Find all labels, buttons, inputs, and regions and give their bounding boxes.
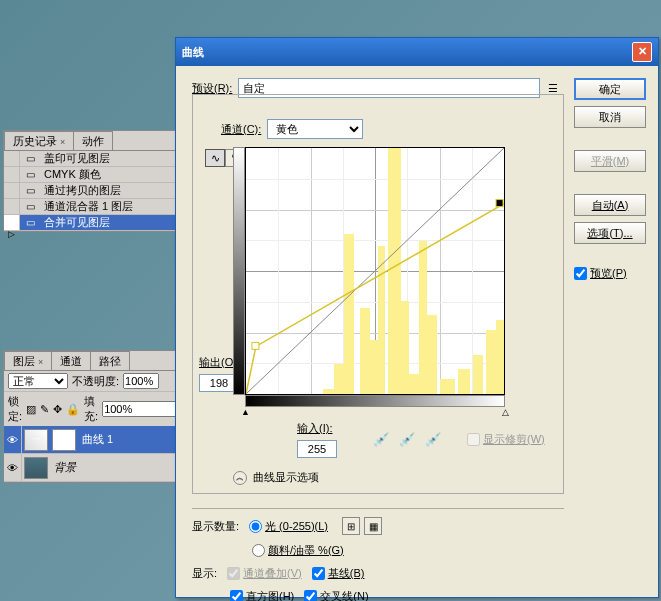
channel-label: 通道(C): — [221, 122, 261, 137]
history-list: ▭盖印可见图层 ▭CMYK 颜色 ▭通过拷贝的图层 ▭通道混合器 1 图层 ▭合… — [4, 151, 177, 231]
visibility-icon[interactable]: 👁 — [4, 454, 22, 481]
layer-options: 正常 不透明度: — [4, 371, 177, 391]
black-dropper-icon[interactable]: 💉 — [373, 432, 389, 447]
lock-move-icon[interactable]: ✥ — [53, 403, 62, 416]
display-options-title: 曲线显示选项 — [253, 470, 319, 485]
layer-thumb-icon[interactable] — [24, 457, 48, 479]
tab-channels[interactable]: 通道 — [51, 351, 91, 370]
curve-section: 通道(C): 黄色 ∿ ✎ — [192, 94, 564, 494]
show-amount-label: 显示数量: — [192, 519, 239, 534]
titlebar[interactable]: 曲线 ✕ — [176, 38, 658, 66]
tab-history[interactable]: 历史记录× — [4, 131, 74, 150]
tab-paths[interactable]: 路径 — [90, 351, 130, 370]
pigment-radio[interactable]: 颜料/油墨 %(G) — [252, 543, 344, 558]
layers-tabs: 图层× 通道 路径 — [4, 351, 177, 371]
channel-combo[interactable]: 黄色 — [267, 119, 363, 139]
options-button[interactable]: 选项(T)... — [574, 222, 646, 244]
light-radio[interactable]: 光 (0-255)(L) — [249, 519, 328, 534]
baseline-check[interactable]: 基线(B) — [312, 566, 365, 581]
auto-button[interactable]: 自动(A) — [574, 194, 646, 216]
show-clip-check: 显示修剪(W) — [467, 432, 545, 447]
close-icon[interactable]: × — [38, 357, 43, 367]
history-item[interactable]: ▭盖印可见图层 — [4, 151, 177, 167]
y-gradient — [233, 147, 245, 395]
curve-tool-point[interactable]: ∿ — [205, 149, 225, 167]
layer-name[interactable]: 曲线 1 — [78, 432, 113, 447]
curves-dialog: 曲线 ✕ 预设(R): ☰ 通道(C): 黄色 ∿ ✎ — [175, 37, 659, 598]
visibility-icon[interactable]: 👁 — [4, 426, 22, 453]
grid-fine-button[interactable]: ▦ — [364, 517, 382, 535]
input-label: 输入(I): — [297, 421, 337, 436]
lock-transparency-icon[interactable]: ▨ — [26, 403, 36, 416]
opacity-input[interactable] — [123, 373, 159, 389]
layer-lock-row: 锁定: ▨ ✎ ✥ 🔒 填充: — [4, 391, 177, 426]
input-input[interactable] — [297, 440, 337, 458]
display-options: 显示数量: 光 (0-255)(L) ⊞ ▦ 颜料/油墨 %(G) 显示: 通道… — [192, 508, 564, 601]
curve-svg — [246, 148, 504, 394]
history-tabs: 历史记录× 动作 — [4, 131, 177, 151]
curve-graph[interactable] — [245, 147, 505, 395]
mask-thumb-icon[interactable] — [52, 429, 76, 451]
preset-menu-icon[interactable]: ☰ — [548, 82, 564, 95]
layer-name[interactable]: 背景 — [50, 460, 76, 475]
history-item[interactable]: ▭通过拷贝的图层 — [4, 183, 177, 199]
cancel-button[interactable]: 取消 — [574, 106, 646, 128]
white-dropper-icon[interactable]: 💉 — [425, 432, 441, 447]
layer-row[interactable]: 👁 背景 — [4, 454, 177, 482]
history-item-selected[interactable]: ▭合并可见图层 — [4, 215, 177, 231]
layers-panel: 图层× 通道 路径 正常 不透明度: 锁定: ▨ ✎ ✥ 🔒 填充: 👁 〰 曲… — [3, 350, 178, 483]
lock-paint-icon[interactable]: ✎ — [40, 403, 49, 416]
preview-check[interactable]: 预览(P) — [574, 266, 634, 281]
layer-list: 👁 〰 曲线 1 👁 背景 — [4, 426, 177, 482]
lock-all-icon[interactable]: 🔒 — [66, 403, 80, 416]
collapse-icon[interactable]: ︽ — [233, 471, 247, 485]
histogram-check[interactable]: 直方图(H) — [230, 589, 294, 601]
close-icon[interactable]: × — [60, 137, 65, 147]
fill-label: 填充: — [84, 394, 98, 424]
blend-mode-select[interactable]: 正常 — [8, 373, 68, 389]
history-item[interactable]: ▭CMYK 颜色 — [4, 167, 177, 183]
history-panel: 历史记录× 动作 ▭盖印可见图层 ▭CMYK 颜色 ▭通过拷贝的图层 ▭通道混合… — [3, 130, 178, 232]
dialog-title: 曲线 — [182, 45, 632, 60]
smooth-button: 平滑(M) — [574, 150, 646, 172]
gray-dropper-icon[interactable]: 💉 — [399, 432, 415, 447]
ok-button[interactable]: 确定 — [574, 78, 646, 100]
intersection-check[interactable]: 交叉线(N) — [304, 589, 368, 601]
tab-layers[interactable]: 图层× — [4, 351, 52, 370]
layer-row-selected[interactable]: 👁 〰 曲线 1 — [4, 426, 177, 454]
svg-rect-1 — [252, 342, 259, 349]
svg-line-0 — [246, 148, 504, 394]
svg-rect-2 — [496, 200, 503, 207]
opacity-label: 不透明度: — [72, 374, 119, 389]
curves-thumb-icon[interactable]: 〰 — [24, 429, 48, 451]
black-point-slider[interactable]: ▲ — [241, 407, 250, 417]
lock-label: 锁定: — [8, 394, 22, 424]
channel-overlay-check[interactable]: 通道叠加(V) — [227, 566, 302, 581]
play-indicator-icon: ▷ — [8, 229, 15, 239]
white-point-slider[interactable]: △ — [502, 407, 509, 417]
x-gradient — [245, 395, 505, 407]
show-label: 显示: — [192, 566, 217, 581]
tab-actions[interactable]: 动作 — [73, 131, 113, 150]
history-item[interactable]: ▭通道混合器 1 图层 — [4, 199, 177, 215]
grid-coarse-button[interactable]: ⊞ — [342, 517, 360, 535]
close-button[interactable]: ✕ — [632, 42, 652, 62]
